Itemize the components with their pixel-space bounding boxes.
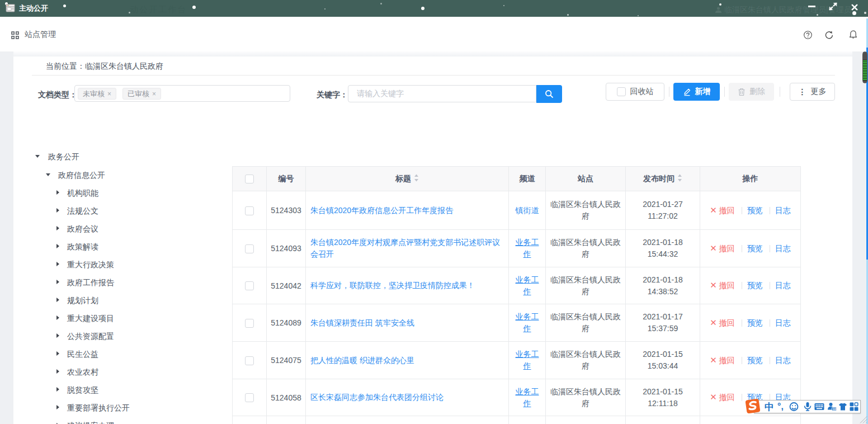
svg-text:19: 19 xyxy=(832,407,836,411)
